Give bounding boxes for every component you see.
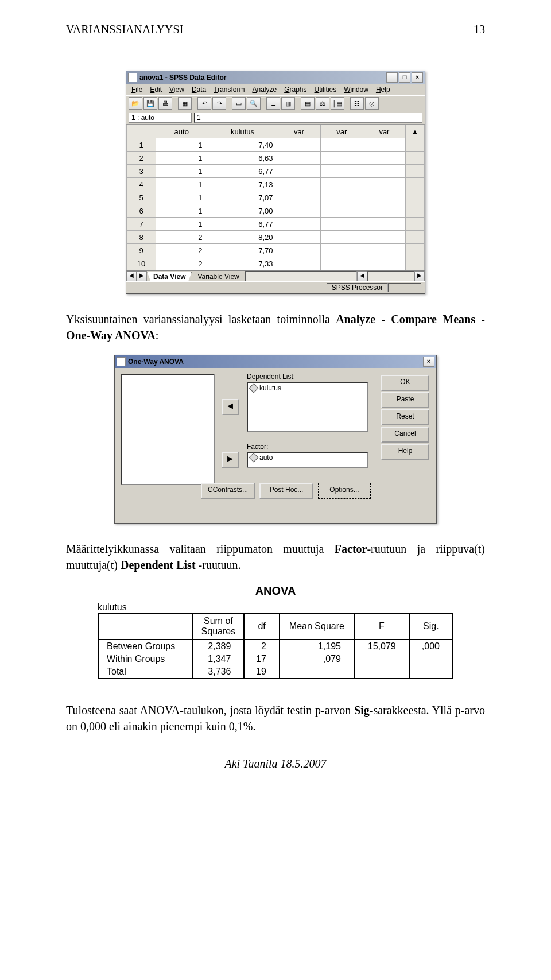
row-number[interactable]: 7 bbox=[127, 218, 156, 231]
data-cell[interactable]: 7,13 bbox=[207, 178, 278, 191]
data-cell[interactable] bbox=[278, 178, 320, 191]
data-cell[interactable]: 1 bbox=[156, 218, 207, 231]
source-variable-list[interactable] bbox=[121, 374, 215, 485]
vscroll-up[interactable]: ▲ bbox=[406, 125, 425, 138]
data-cell[interactable] bbox=[363, 138, 405, 152]
insert-variable-icon[interactable]: ▥ bbox=[281, 97, 295, 110]
data-cell[interactable] bbox=[320, 165, 363, 178]
table-row[interactable]: 1027,33 bbox=[127, 257, 425, 270]
posthoc-button[interactable]: Post Hoc... bbox=[259, 483, 313, 499]
insert-cases-icon[interactable]: ≣ bbox=[266, 97, 280, 110]
dependent-item[interactable]: kulutus bbox=[250, 384, 365, 392]
open-icon[interactable]: 📂 bbox=[129, 97, 142, 110]
data-cell[interactable]: 1 bbox=[156, 138, 207, 152]
data-cell[interactable] bbox=[363, 231, 405, 244]
scroll-right-icon[interactable]: ▶ bbox=[137, 271, 147, 281]
factor-item[interactable]: auto bbox=[250, 454, 365, 462]
data-cell[interactable] bbox=[363, 152, 405, 165]
data-cell[interactable]: 2 bbox=[156, 257, 207, 270]
vscroll-track[interactable] bbox=[406, 204, 425, 218]
data-cell[interactable] bbox=[363, 218, 405, 231]
redo-icon[interactable]: ↷ bbox=[212, 97, 226, 110]
weight-cases-icon[interactable]: ⚖ bbox=[316, 97, 329, 110]
menu-window[interactable]: Window bbox=[341, 85, 371, 94]
variables-icon[interactable]: ◎ bbox=[365, 97, 379, 110]
menu-graphs[interactable]: Graphs bbox=[281, 85, 309, 94]
data-cell[interactable] bbox=[320, 152, 363, 165]
menu-utilities[interactable]: Utilities bbox=[312, 85, 340, 94]
split-file-icon[interactable]: ▤ bbox=[301, 97, 315, 110]
reset-button[interactable]: Reset bbox=[381, 409, 429, 425]
menu-help[interactable]: Help bbox=[373, 85, 393, 94]
data-cell[interactable]: 6,63 bbox=[207, 152, 278, 165]
ok-button[interactable]: OK bbox=[381, 375, 429, 391]
menu-transform[interactable]: Transform bbox=[211, 85, 247, 94]
cell-value[interactable]: 1 bbox=[194, 113, 422, 123]
data-cell[interactable] bbox=[278, 231, 320, 244]
contrasts-button[interactable]: CContrasts... bbox=[201, 483, 255, 499]
data-cell[interactable]: 1 bbox=[156, 165, 207, 178]
data-cell[interactable] bbox=[278, 244, 320, 257]
data-cell[interactable]: 6,77 bbox=[207, 165, 278, 178]
data-cell[interactable] bbox=[278, 152, 320, 165]
row-number[interactable]: 9 bbox=[127, 244, 156, 257]
data-cell[interactable] bbox=[363, 204, 405, 218]
save-icon[interactable]: 💾 bbox=[143, 97, 157, 110]
data-cell[interactable] bbox=[320, 204, 363, 218]
row-number[interactable]: 8 bbox=[127, 231, 156, 244]
goto-icon[interactable]: ▭ bbox=[232, 97, 246, 110]
menu-view[interactable]: View bbox=[166, 85, 187, 94]
select-cases-icon[interactable]: │▤ bbox=[331, 97, 344, 110]
data-cell[interactable] bbox=[278, 257, 320, 270]
data-cell[interactable] bbox=[320, 191, 363, 204]
row-number[interactable]: 1 bbox=[127, 138, 156, 152]
factor-box[interactable]: auto bbox=[247, 452, 368, 468]
tab-variable-view[interactable]: Variable View bbox=[191, 272, 245, 281]
vscroll-track[interactable] bbox=[406, 165, 425, 178]
dialog-close-button[interactable]: × bbox=[423, 357, 434, 367]
data-cell[interactable] bbox=[278, 218, 320, 231]
table-row[interactable]: 216,63 bbox=[127, 152, 425, 165]
close-button[interactable]: × bbox=[412, 72, 423, 83]
row-number[interactable]: 4 bbox=[127, 178, 156, 191]
maximize-button[interactable]: □ bbox=[399, 72, 410, 83]
data-cell[interactable] bbox=[320, 257, 363, 270]
data-cell[interactable] bbox=[363, 257, 405, 270]
data-cell[interactable]: 6,77 bbox=[207, 218, 278, 231]
row-number[interactable]: 6 bbox=[127, 204, 156, 218]
menu-analyze[interactable]: Analyze bbox=[249, 85, 280, 94]
table-row[interactable]: 716,77 bbox=[127, 218, 425, 231]
help-button[interactable]: Help bbox=[381, 444, 429, 460]
find-icon[interactable]: 🔍 bbox=[247, 97, 261, 110]
data-cell[interactable] bbox=[320, 138, 363, 152]
paste-button[interactable]: Paste bbox=[381, 392, 429, 408]
table-row[interactable]: 117,40 bbox=[127, 138, 425, 152]
table-row[interactable]: 828,20 bbox=[127, 231, 425, 244]
col-kulutus[interactable]: kulutus bbox=[207, 125, 278, 138]
col-auto[interactable]: auto bbox=[156, 125, 207, 138]
print-icon[interactable]: 🖶 bbox=[158, 97, 172, 110]
vscroll-track[interactable] bbox=[406, 138, 425, 152]
data-grid[interactable]: auto kulutus var var var ▲ 117,40216,633… bbox=[126, 125, 425, 270]
move-to-dependent-button[interactable]: ◀ bbox=[222, 399, 239, 415]
minimize-button[interactable]: _ bbox=[386, 72, 398, 83]
data-cell[interactable]: 1 bbox=[156, 191, 207, 204]
data-cell[interactable]: 7,70 bbox=[207, 244, 278, 257]
data-cell[interactable] bbox=[320, 218, 363, 231]
scroll-left-icon[interactable]: ◀ bbox=[126, 271, 137, 281]
hscroll-right-icon[interactable]: ▶ bbox=[414, 271, 425, 281]
data-cell[interactable] bbox=[320, 244, 363, 257]
value-labels-icon[interactable]: ☷ bbox=[350, 97, 364, 110]
data-cell[interactable] bbox=[278, 138, 320, 152]
vscroll-track[interactable] bbox=[406, 231, 425, 244]
table-row[interactable]: 617,00 bbox=[127, 204, 425, 218]
data-cell[interactable] bbox=[363, 244, 405, 257]
move-to-factor-button[interactable]: ▶ bbox=[222, 452, 239, 468]
dialog-recall-icon[interactable]: ▦ bbox=[178, 97, 192, 110]
vscroll-track[interactable] bbox=[406, 191, 425, 204]
menu-edit[interactable]: Edit bbox=[147, 85, 165, 94]
cancel-button[interactable]: Cancel bbox=[381, 427, 429, 443]
data-cell[interactable]: 7,40 bbox=[207, 138, 278, 152]
data-cell[interactable] bbox=[363, 178, 405, 191]
table-row[interactable]: 517,07 bbox=[127, 191, 425, 204]
